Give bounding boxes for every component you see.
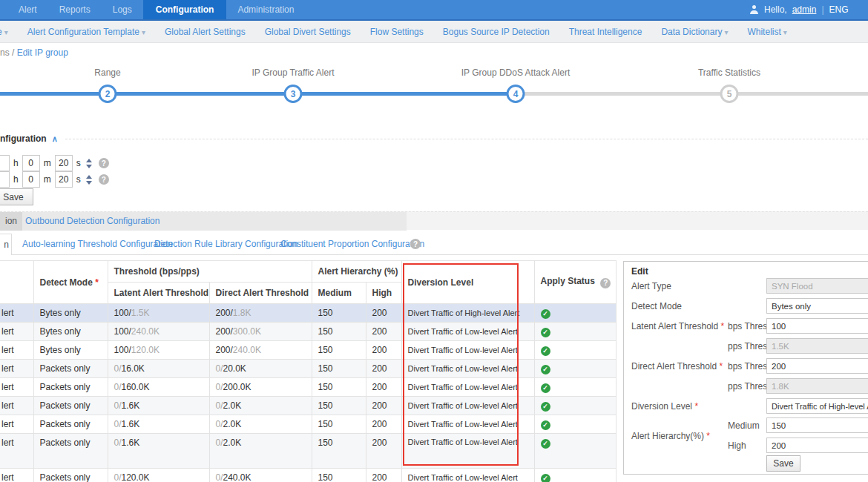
step-circle-3[interactable]: 3	[284, 85, 303, 103]
subnav-item-global-divert-settings[interactable]: Global Divert Settings	[255, 27, 361, 37]
help-icon[interactable]: ?	[410, 239, 421, 249]
spin-up-icon[interactable]	[86, 175, 92, 179]
tab-outbound-detection-configuration[interactable]: Outbound Detection Configuration	[25, 212, 160, 231]
medium-label: Medium	[728, 420, 760, 431]
high-column-header: High	[366, 283, 401, 304]
alert-hierarchy-label: Alert Hierarchy(%) *	[631, 431, 710, 441]
check-icon: ✓	[541, 383, 550, 393]
seconds-unit-label: s	[76, 158, 81, 168]
seconds-input[interactable]	[55, 171, 73, 188]
table-row[interactable]: lert Packets only 0/16.0K 0/20.0K 150 20…	[0, 360, 616, 378]
config-section-title: nfiguration	[0, 133, 47, 144]
threshold-config-tabs: n Auto-learning Threshold Configuration …	[0, 234, 868, 255]
detect-mode-label: Detect Mode	[631, 301, 682, 311]
minutes-unit-label: m	[44, 174, 51, 185]
tab-constituent-proportion-configuration[interactable]: Constituent Proportion Configuration	[280, 234, 424, 255]
step-label-ip-group-traffic-alert: IP Group Traffic Alert	[252, 67, 335, 78]
step-label-ip-group-ddos-attack-alert: IP Group DDoS Attack Alert	[461, 67, 571, 78]
stepper-control	[86, 159, 92, 168]
nav-item-administration[interactable]: Administration	[226, 0, 305, 19]
help-icon[interactable]: ?	[99, 158, 109, 168]
wizard-stepper: Range IP Group Traffic Alert IP Group DD…	[0, 65, 868, 111]
user-icon	[749, 5, 759, 14]
top-nav-items: Alert Reports Logs Configuration Adminis…	[7, 0, 305, 19]
table-row[interactable]: lert Bytes only 100/240.0K 200/300.0K 15…	[0, 323, 616, 341]
subnav-item-flow-settings[interactable]: Flow Settings	[361, 27, 433, 37]
tab-auto-learning-threshold-configuration[interactable]: Auto-learning Threshold Configuration	[22, 234, 173, 255]
subnav-item-global-alert-settings[interactable]: Global Alert Settings	[155, 27, 255, 37]
minutes-input[interactable]	[22, 171, 40, 188]
step-label-traffic-statistics: Traffic Statistics	[698, 67, 760, 78]
alert-hierarchy-group-header: Alert Hierarchy (%)	[312, 261, 401, 283]
spin-down-icon[interactable]	[86, 165, 92, 168]
table-row[interactable]: lert Packets only 0/1.6K 0/2.0K 150 200 …	[0, 415, 616, 434]
tab-manual-threshold-configuration[interactable]: n	[0, 234, 12, 255]
collapse-caret-icon[interactable]: ∧	[52, 134, 58, 144]
direct-alert-threshold-label: Direct Alert Threshold *	[631, 361, 723, 372]
diversion-level-select[interactable]	[766, 398, 868, 414]
table-row[interactable]: lert Packets only 0/120.0K 0/240.0K 150 …	[0, 469, 616, 482]
medium-field[interactable]	[766, 417, 868, 433]
section-divider	[65, 139, 868, 139]
latent-bps-threshold-field[interactable]	[766, 318, 868, 334]
step-label-range: Range	[94, 67, 120, 78]
breadcrumb-current[interactable]: Edit IP group	[17, 47, 68, 58]
alert-type-label: Alert Type	[631, 281, 671, 291]
sub-nav-bar: e▾ Alert Configuration Template▾ Global …	[0, 21, 868, 43]
subnav-item-data-dictionary[interactable]: Data Dictionary▾	[651, 27, 737, 37]
subnav-item-cut[interactable]: e▾	[0, 27, 18, 37]
stepper-progress-line	[0, 92, 516, 96]
nav-item-logs[interactable]: Logs	[102, 0, 143, 19]
alert-type-field	[766, 278, 868, 294]
step-circle-5[interactable]: 5	[720, 85, 739, 103]
step-circle-2[interactable]: 2	[99, 85, 117, 103]
subnav-item-alert-configuration-template[interactable]: Alert Configuration Template▾	[18, 27, 155, 37]
chevron-down-icon: ▾	[4, 28, 8, 36]
subnav-item-whitelist[interactable]: Whitelist▾	[737, 27, 796, 37]
check-icon: ✓	[541, 474, 550, 482]
time-config-row-1: h m s ?	[0, 155, 109, 171]
table-row[interactable]: lert Bytes only 100/120.0K 200/240.0K 15…	[0, 341, 616, 360]
nav-item-configuration[interactable]: Configuration	[143, 0, 227, 19]
hours-input[interactable]	[0, 155, 10, 171]
table-row[interactable]: lert Bytes only 100/1.5K 200/1.8K 150 20…	[0, 304, 616, 323]
help-icon[interactable]: ?	[600, 278, 611, 288]
hours-unit-label: h	[13, 174, 19, 185]
greeting-text: Hello,	[764, 4, 787, 15]
detection-direction-tabs: ion Outbound Detection Configuration	[0, 211, 868, 230]
table-row[interactable]: lert Packets only 0/160.0K 0/200.0K 150 …	[0, 378, 616, 397]
tab-detection-rule-library-configuration[interactable]: Detection Rule Library Configuration	[154, 234, 297, 255]
minutes-input[interactable]	[22, 155, 40, 171]
check-icon: ✓	[541, 439, 550, 449]
detect-mode-select[interactable]	[766, 298, 868, 314]
spin-down-icon[interactable]	[86, 181, 92, 185]
hours-input[interactable]	[0, 171, 10, 188]
edit-panel-title: Edit	[631, 266, 648, 277]
seconds-input[interactable]	[55, 155, 73, 171]
username-link[interactable]: admin	[792, 4, 817, 15]
table-header-row-1: Detect Mode * Threshold (bps/pps) Alert …	[0, 261, 616, 283]
breadcrumb: ns / Edit IP group	[0, 47, 68, 58]
config-save-button[interactable]: Save	[0, 188, 33, 205]
alert-threshold-table: Detect Mode * Threshold (bps/pps) Alert …	[0, 260, 617, 482]
help-icon[interactable]: ?	[99, 174, 109, 185]
alert-type-column-header	[0, 261, 33, 304]
edit-save-button[interactable]: Save	[766, 455, 800, 472]
chevron-down-icon: ▾	[724, 28, 728, 36]
subnav-item-bogus-source-ip-detection[interactable]: Bogus Source IP Detection	[433, 27, 559, 37]
high-field[interactable]	[766, 438, 868, 453]
required-mark: *	[95, 277, 99, 288]
spin-up-icon[interactable]	[86, 159, 92, 162]
direct-bps-threshold-field[interactable]	[766, 358, 868, 374]
language-switcher[interactable]: ENG	[829, 4, 849, 15]
table-row[interactable]: lert Packets only 0/1.6K 0/2.0K 150 200 …	[0, 397, 616, 415]
direct-threshold-column-header: Direct Alert Threshold	[209, 283, 312, 304]
tab-inbound-detection-configuration[interactable]: ion	[0, 212, 22, 231]
latent-alert-threshold-label: Latent Alert Threshold *	[631, 321, 724, 331]
edit-panel: Edit Alert Type Detect Mode Latent Alert…	[623, 261, 868, 475]
subnav-item-threat-intelligence[interactable]: Threat Intelligence	[559, 27, 652, 37]
nav-item-reports[interactable]: Reports	[48, 0, 102, 19]
table-row[interactable]: lert Packets only 0/1.6K 0/2.0K 150 200 …	[0, 434, 616, 469]
nav-item-alert[interactable]: Alert	[7, 0, 48, 19]
step-circle-4[interactable]: 4	[507, 85, 525, 103]
